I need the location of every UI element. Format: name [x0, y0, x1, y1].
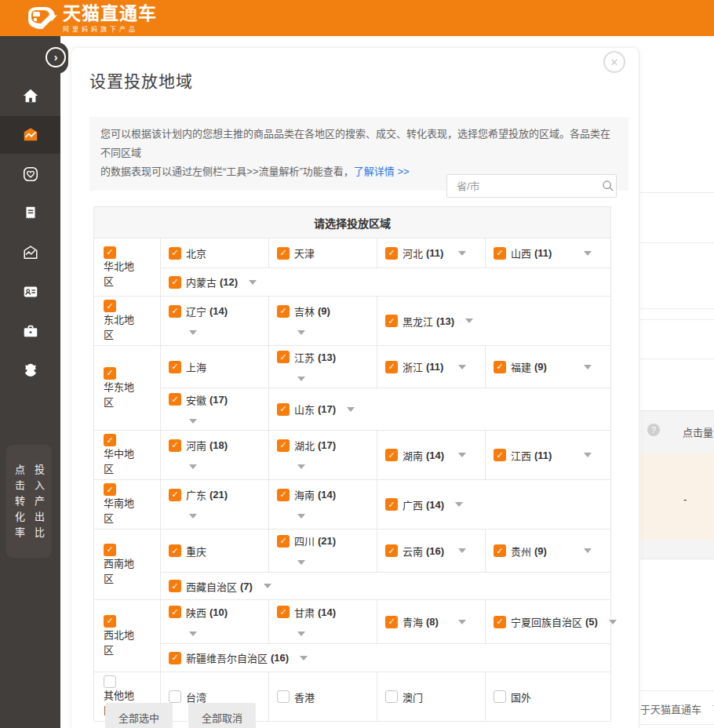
checkbox[interactable]: ✓ [494, 616, 506, 628]
favorites-icon[interactable] [0, 155, 60, 193]
chevron-down-icon[interactable] [297, 632, 305, 636]
checkbox[interactable]: ✓ [385, 616, 398, 628]
checkbox[interactable]: ✓ [494, 247, 506, 260]
province-cell[interactable]: ✓新疆维吾尔自治区(16) [161, 644, 611, 672]
chevron-down-icon[interactable] [189, 464, 197, 469]
chevron-down-icon[interactable] [584, 251, 592, 256]
region-group-cell[interactable]: ✓东北地区 [94, 297, 161, 346]
province-cell[interactable]: ✓山西(11) [486, 238, 611, 268]
chevron-down-icon[interactable] [584, 365, 592, 369]
checkbox[interactable]: ✓ [277, 439, 290, 452]
province-cell[interactable]: ✓内蒙古(12) [161, 268, 611, 297]
province-cell[interactable]: 香港 [269, 672, 377, 722]
province-cell[interactable]: ✓上海 [161, 346, 269, 388]
province-cell[interactable]: ✓甘肃(14) [269, 600, 377, 644]
close-icon[interactable]: ✕ [603, 51, 625, 73]
province-cell[interactable]: ✓安徽(17) [161, 388, 269, 431]
checkbox[interactable]: ✓ [169, 393, 181, 406]
province-cell[interactable]: ✓江苏(13) [269, 346, 377, 388]
province-cell[interactable]: ✓宁夏回族自治区(5) [486, 600, 611, 644]
province-cell[interactable]: ✓青海(8) [377, 600, 486, 644]
province-cell[interactable]: ✓湖南(14) [377, 431, 486, 480]
checkbox[interactable]: ✓ [104, 483, 116, 496]
province-cell[interactable]: ✓黑龙江(13) [377, 297, 611, 346]
province-cell[interactable]: ✓四川(21) [269, 530, 377, 573]
checkbox[interactable]: ✓ [385, 315, 398, 327]
checkbox[interactable]: ✓ [277, 351, 290, 363]
checkbox[interactable]: ✓ [104, 434, 116, 446]
region-group-cell[interactable]: ✓华北地区 [94, 238, 161, 297]
chevron-down-icon[interactable] [465, 318, 473, 323]
cancel-all-button[interactable]: 全部取消 [188, 703, 256, 728]
insight-icon[interactable] [0, 234, 60, 271]
checkbox[interactable]: ✓ [277, 535, 290, 548]
checkbox[interactable]: ✓ [104, 367, 116, 380]
checkbox[interactable]: ✓ [104, 544, 116, 556]
sidebar-expand-icon[interactable]: › [46, 47, 66, 67]
checkbox[interactable]: ✓ [494, 449, 506, 461]
checkbox[interactable] [104, 675, 116, 688]
select-all-button[interactable]: 全部选中 [105, 703, 173, 728]
chevron-down-icon[interactable] [347, 407, 355, 412]
chevron-down-icon[interactable] [584, 453, 592, 457]
province-cell[interactable]: 澳门 [377, 672, 486, 722]
chevron-down-icon[interactable] [189, 330, 197, 335]
checkbox[interactable]: ✓ [277, 606, 290, 618]
province-cell[interactable]: ✓天津 [269, 238, 377, 268]
province-cell[interactable]: ✓西藏自治区(7) [161, 573, 611, 600]
chevron-down-icon[interactable] [458, 620, 466, 624]
chevron-down-icon[interactable] [189, 514, 197, 519]
search-icon[interactable] [599, 176, 616, 196]
province-cell[interactable]: ✓河北(11) [377, 238, 486, 268]
report-icon[interactable] [0, 195, 60, 232]
province-cell[interactable]: ✓云南(16) [377, 530, 486, 573]
checkbox[interactable]: ✓ [277, 247, 290, 260]
province-cell[interactable]: 国外 [486, 672, 611, 722]
province-cell[interactable]: ✓北京 [161, 238, 269, 268]
chevron-down-icon[interactable] [297, 514, 305, 519]
checkbox[interactable]: ✓ [169, 305, 181, 318]
checkbox[interactable]: ✓ [385, 498, 398, 511]
checkbox[interactable]: ✓ [169, 652, 181, 664]
chevron-down-icon[interactable] [297, 560, 305, 565]
province-cell[interactable]: ✓陕西(10) [161, 600, 269, 644]
province-cell[interactable]: ✓海南(14) [269, 480, 377, 530]
province-cell[interactable]: ✓贵州(9) [486, 530, 611, 573]
chevron-down-icon[interactable] [297, 330, 305, 335]
checkbox[interactable]: ✓ [385, 449, 398, 461]
checkbox[interactable]: ✓ [169, 606, 181, 618]
province-cell[interactable]: ✓浙江(11) [377, 346, 486, 388]
region-group-cell[interactable]: ✓西南地区 [94, 530, 161, 600]
checkbox[interactable]: ✓ [277, 489, 290, 501]
campaign-icon[interactable] [0, 116, 60, 154]
chevron-down-icon[interactable] [609, 620, 617, 624]
checkbox[interactable]: ✓ [494, 361, 506, 373]
chevron-down-icon[interactable] [297, 464, 305, 469]
learn-more-link[interactable]: 了解详情 >> [354, 166, 410, 177]
chevron-down-icon[interactable] [455, 502, 463, 507]
province-cell[interactable]: ✓湖北(17) [269, 431, 377, 480]
checkbox[interactable]: ✓ [169, 247, 181, 260]
home-icon[interactable] [0, 77, 60, 115]
chevron-down-icon[interactable] [189, 419, 197, 424]
region-group-cell[interactable]: ✓华中地区 [94, 431, 161, 480]
chevron-down-icon[interactable] [189, 632, 197, 636]
province-cell[interactable]: ✓江西(11) [486, 431, 611, 480]
chevron-down-icon[interactable] [458, 548, 466, 553]
checkbox[interactable]: ✓ [169, 361, 181, 373]
checkbox[interactable]: ✓ [104, 300, 116, 312]
checkbox[interactable]: ✓ [169, 439, 181, 452]
chevron-down-icon[interactable] [458, 453, 466, 457]
checkbox[interactable] [277, 690, 290, 703]
chevron-down-icon[interactable] [458, 251, 466, 256]
region-group-cell[interactable]: ✓华南地区 [94, 480, 161, 530]
checkbox[interactable] [494, 690, 506, 703]
province-cell[interactable]: ✓辽宁(14) [161, 297, 269, 346]
app-logo[interactable]: 天猫直通车 阿里妈妈旗下产品 [25, 4, 157, 33]
checkbox[interactable]: ✓ [169, 580, 181, 592]
checkbox[interactable] [169, 690, 181, 703]
account-icon[interactable] [0, 273, 60, 311]
checkbox[interactable]: ✓ [385, 361, 398, 373]
checkbox[interactable]: ✓ [169, 489, 181, 501]
province-cell[interactable]: ✓山东(17) [269, 388, 611, 431]
